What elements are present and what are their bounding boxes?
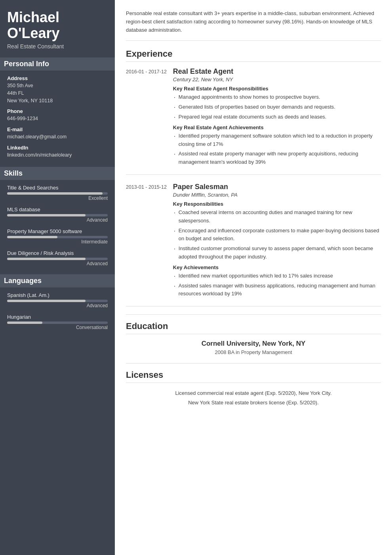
skill-bar-fill — [7, 258, 86, 260]
personal-info-section-title: Personal Info — [0, 57, 115, 71]
languages-list: Spanish (Lat. Am.) Advanced Hungarian Co… — [7, 292, 108, 330]
language-bar-bg — [7, 300, 108, 302]
skill-level: Intermediate — [7, 239, 108, 245]
skill-item: Property Manager 5000 software Intermedi… — [7, 228, 108, 245]
language-item: Spanish (Lat. Am.) Advanced — [7, 292, 108, 308]
responsibilities-list: Coached several interns on accounting du… — [173, 209, 381, 261]
achievements-label: Key Real Estate Agent Achievements — [173, 124, 381, 130]
job-content: Real Estate Agent Century 22, New York, … — [173, 67, 381, 168]
skill-level: Advanced — [7, 217, 108, 223]
address-label: Address — [7, 75, 108, 81]
skill-bar-bg — [7, 214, 108, 216]
linkedin-label: LinkedIn — [7, 145, 108, 151]
achievement-item: Assisted real estate property manager wi… — [173, 150, 381, 166]
skill-bar-fill — [7, 214, 86, 216]
school-name: Cornell University, New York, NY — [126, 340, 381, 348]
job-company: Century 22, New York, NY — [173, 77, 381, 82]
job-content: Paper Salesman Dunder Mifflin, Scranton,… — [173, 183, 381, 300]
school-detail: 2008 BA in Property Management — [126, 349, 381, 355]
responsibility-item: Managed appointments to show homes to pr… — [173, 93, 381, 101]
skills-section-title: Skills — [0, 167, 115, 180]
skill-bar-bg — [7, 258, 108, 260]
languages-section-title: Languages — [0, 274, 115, 287]
responsibilities-label: Key Real Estate Agent Responsibilities — [173, 86, 381, 92]
job-title: Real Estate Agent — [173, 67, 381, 76]
responsibilities-label: Key Responsibilities — [173, 201, 381, 207]
achievements-label: Key Achievements — [173, 264, 381, 270]
skill-level: Excellent — [7, 195, 108, 201]
language-item: Hungarian Conversational — [7, 314, 108, 330]
license-item: Licensed commercial real estate agent (E… — [126, 388, 381, 398]
job-dates: 2016-01 - 2017-12 — [126, 67, 167, 168]
address-line-3: New York, NY 10118 — [7, 97, 108, 105]
responsibility-item: Generated lists of properties based on b… — [173, 103, 381, 111]
achievements-list: Identified property management software … — [173, 132, 381, 166]
skill-name: Property Manager 5000 software — [7, 228, 108, 234]
skill-name: MLS database — [7, 207, 108, 212]
sidebar: Michael O'Leary Real Estate Consultant P… — [0, 0, 115, 555]
skills-list: Title & Deed Searches Excellent MLS data… — [7, 185, 108, 266]
job-block: 2013-01 - 2015-12 Paper Salesman Dunder … — [126, 183, 381, 306]
job-dates: 2013-01 - 2015-12 — [126, 183, 167, 300]
responsibilities-list: Managed appointments to show homes to pr… — [173, 93, 381, 121]
jobs-list: 2016-01 - 2017-12 Real Estate Agent Cent… — [126, 67, 381, 306]
skill-item: Title & Deed Searches Excellent — [7, 185, 108, 201]
email-label: E-mail — [7, 126, 108, 132]
skill-bar-bg — [7, 192, 108, 195]
skill-name: Due Diligence / Risk Analysis — [7, 250, 108, 256]
skill-level: Advanced — [7, 261, 108, 266]
address-line-1: 350 5th Ave — [7, 82, 108, 90]
education-list: Cornell University, New York, NY 2008 BA… — [126, 340, 381, 355]
skill-bar-fill — [7, 236, 57, 238]
skill-item: MLS database Advanced — [7, 207, 108, 223]
language-name: Hungarian — [7, 314, 108, 320]
licenses-section-title: Licenses — [126, 370, 381, 383]
candidate-name: Michael O'Leary — [7, 10, 108, 41]
job-company: Dunder Mifflin, Scranton, PA — [173, 192, 381, 198]
licenses-block: Licensed commercial real estate agent (E… — [126, 388, 381, 407]
achievement-item: Identified property management software … — [173, 132, 381, 149]
skill-bar-bg — [7, 236, 108, 238]
education-block: Cornell University, New York, NY 2008 BA… — [126, 340, 381, 355]
responsibility-item: Coached several interns on accounting du… — [173, 209, 381, 225]
language-level: Advanced — [7, 303, 108, 308]
licenses-list: Licensed commercial real estate agent (E… — [126, 388, 381, 407]
skill-name: Title & Deed Searches — [7, 185, 108, 191]
language-level: Conversational — [7, 325, 108, 330]
linkedin-value: linkedin.com/in/michaeloleary — [7, 151, 108, 159]
language-bar-fill — [7, 322, 42, 324]
language-name: Spanish (Lat. Am.) — [7, 292, 108, 298]
email-value: michael.oleary@gmail.com — [7, 133, 108, 141]
license-item: New York State real estate brokers licen… — [126, 398, 381, 407]
responsibility-item: Prepared legal real estate documents suc… — [173, 113, 381, 121]
responsibility-item: Encouraged and influenced corporate cust… — [173, 227, 381, 243]
achievement-item: Identified new market opportunities whic… — [173, 272, 381, 280]
address-line-2: 44th FL — [7, 90, 108, 97]
education-section-title: Education — [126, 321, 381, 334]
language-bar-bg — [7, 322, 108, 324]
experience-section-title: Experience — [126, 49, 381, 62]
candidate-title: Real Estate Consultant — [7, 43, 108, 50]
skill-item: Due Diligence / Risk Analysis Advanced — [7, 250, 108, 266]
main-content: Personable real estate consultant with 3… — [115, 0, 392, 555]
achievement-item: Assisted sales manager with business app… — [173, 282, 381, 299]
phone-value: 646-999-1234 — [7, 115, 108, 122]
job-block: 2016-01 - 2017-12 Real Estate Agent Cent… — [126, 67, 381, 175]
skill-bar-fill — [7, 192, 103, 195]
summary-text: Personable real estate consultant with 3… — [126, 10, 381, 41]
responsibility-item: Instituted customer promotional survey t… — [173, 245, 381, 261]
phone-label: Phone — [7, 108, 108, 114]
job-title: Paper Salesman — [173, 183, 381, 191]
language-bar-fill — [7, 300, 86, 302]
achievements-list: Identified new market opportunities whic… — [173, 272, 381, 298]
